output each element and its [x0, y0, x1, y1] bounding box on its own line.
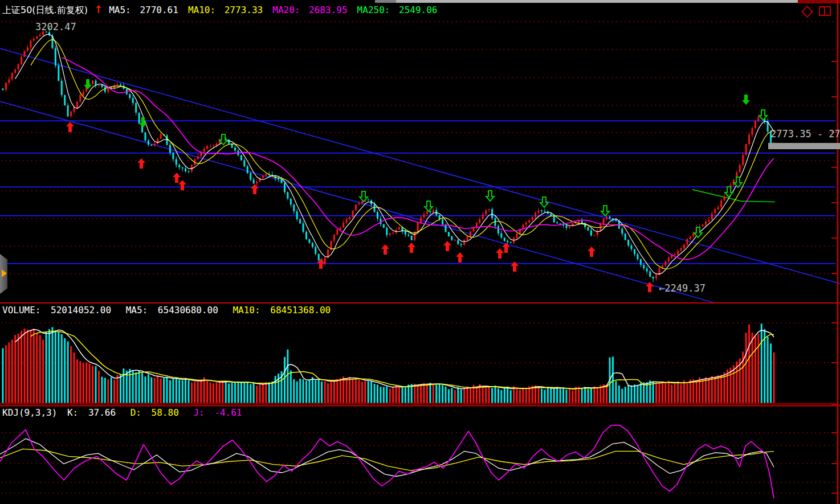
kdj-panel[interactable]	[0, 425, 774, 498]
current-price-bar	[768, 143, 840, 149]
instrument-title: 上证50(日线.前复权)	[2, 5, 88, 15]
ma20-readout: MA20: 2683.95	[272, 5, 350, 15]
current-price-range-label: 2773.35 - 275	[770, 128, 839, 140]
ma10-readout: MA10: 2773.33	[188, 5, 266, 15]
kdj-header: KDJ(9,3,3) K: 37.66 D: 58.80 J: -4.61	[2, 407, 251, 418]
kdj-d-readout: D: 58.80	[131, 407, 184, 418]
split-window-icon[interactable]	[819, 6, 831, 16]
ma5-readout: MA5: 2770.61	[109, 5, 182, 15]
signal-arrows	[66, 79, 767, 292]
kdj-j-readout: J: -4.61	[193, 407, 246, 418]
volume-panel[interactable]	[0, 323, 835, 404]
ma250-readout: MA250: 2549.06	[357, 5, 441, 15]
kdj-k-readout: K: 37.66	[67, 407, 120, 418]
kdj-title: KDJ(9,3,3)	[2, 407, 57, 418]
peak-price-label: 3202.47	[35, 21, 76, 32]
right-axis-border	[831, 0, 838, 504]
volume-readout: VOLUME: 52014052.00	[2, 305, 116, 315]
trough-price-label: ←2249.37	[659, 282, 706, 294]
trading-app-window: 上证50(日线.前复权) ↑ MA5: 2770.61 MA10: 2773.3…	[0, 0, 840, 504]
volume-header: VOLUME: 52014052.00 MA5: 65430680.00 MA1…	[2, 305, 340, 315]
price-ma-lines	[15, 34, 774, 274]
panel-collapse-tab[interactable]	[0, 254, 7, 294]
expand-arrow-icon	[2, 269, 7, 277]
chart-header: 上证50(日线.前复权) ↑ MA5: 2770.61 MA10: 2773.3…	[2, 3, 444, 16]
candlesticks	[2, 27, 775, 282]
support-resistance-lines	[0, 48, 840, 303]
ma250-line	[692, 190, 775, 202]
chart-canvas[interactable]	[0, 0, 840, 504]
volume-ma10-readout: MA10: 68451368.00	[233, 305, 335, 315]
signal-arrow-icon: ↑	[94, 3, 103, 15]
volume-ma5-readout: MA5: 65430680.00	[126, 305, 223, 315]
